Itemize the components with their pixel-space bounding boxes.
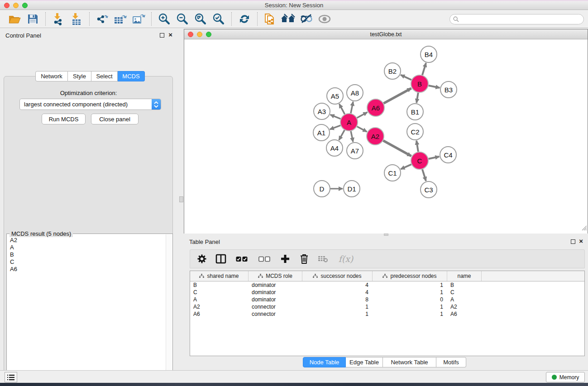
node-A3[interactable]: A3 xyxy=(314,103,330,119)
cell-predecessor-nodes[interactable]: 0 xyxy=(373,296,447,303)
export-table-icon[interactable] xyxy=(111,12,129,26)
cell-name[interactable]: A2 xyxy=(447,303,482,310)
zoom-out-icon[interactable] xyxy=(173,12,191,26)
table-row[interactable]: A6connector11A6 xyxy=(190,310,584,318)
tab-style[interactable]: Style xyxy=(68,71,91,81)
node-B3[interactable]: B3 xyxy=(440,81,457,98)
cell-predecessor-nodes[interactable]: 1 xyxy=(373,310,447,318)
edge-B-B2[interactable] xyxy=(401,75,411,80)
column-header-name[interactable]: name xyxy=(447,271,482,281)
title-bar[interactable]: Session: New Session xyxy=(0,0,588,10)
clone-network-icon[interactable] xyxy=(261,12,279,26)
node-A[interactable]: A xyxy=(340,114,358,131)
table-row[interactable]: Adominator80A xyxy=(190,296,584,303)
cell-shared-name[interactable]: B xyxy=(190,281,249,289)
export-image-icon[interactable] xyxy=(129,12,148,26)
table-row[interactable]: Cdominator41C xyxy=(190,289,584,296)
refresh-icon[interactable] xyxy=(235,12,253,26)
float-table-panel-icon[interactable] xyxy=(571,239,575,244)
node-A8[interactable]: A8 xyxy=(347,85,363,101)
tab-mcds[interactable]: MCDS xyxy=(118,71,145,81)
network-view-window[interactable]: testGlobe.txt B4B2BB3A8A5A6A3B1AC2A1A2A4… xyxy=(184,29,588,234)
table-row[interactable]: A2connector11A2 xyxy=(190,303,584,310)
close-table-panel-icon[interactable]: × xyxy=(579,237,583,245)
dropdown-stepper-icon[interactable] xyxy=(152,99,161,110)
node-A6[interactable]: A6 xyxy=(367,99,384,116)
node-D1[interactable]: D1 xyxy=(344,181,360,197)
result-list-item[interactable]: A6 xyxy=(10,266,165,273)
export-network-icon[interactable] xyxy=(93,12,111,26)
result-list-item[interactable]: A2 xyxy=(10,237,165,244)
edge-A-A5[interactable] xyxy=(339,104,344,114)
edge-C-C4[interactable] xyxy=(429,157,440,159)
node-A5[interactable]: A5 xyxy=(327,88,343,104)
close-panel-icon[interactable]: × xyxy=(168,31,172,38)
select-all-checkboxes-icon[interactable] xyxy=(234,252,250,266)
tab-motifs[interactable]: Motifs xyxy=(436,357,466,367)
memory-button[interactable]: Memory xyxy=(546,372,585,382)
delete-column-icon[interactable] xyxy=(298,252,311,266)
column-header-MCDS-role[interactable]: MCDS role xyxy=(249,271,302,281)
cell-MCDS-role[interactable]: connector xyxy=(249,303,302,310)
run-mcds-button[interactable]: Run MCDS xyxy=(42,114,86,124)
table-body[interactable]: Bdominator41BCdominator41CAdominator80AA… xyxy=(190,281,584,318)
import-table-icon[interactable] xyxy=(67,12,86,26)
cell-shared-name[interactable]: A6 xyxy=(190,310,249,318)
edge-C-C1[interactable] xyxy=(401,164,411,169)
tab-node-table[interactable]: Node Table xyxy=(303,357,346,367)
node-B[interactable]: B xyxy=(411,75,428,92)
node-A2[interactable]: A2 xyxy=(367,128,384,145)
zoom-selected-icon[interactable] xyxy=(210,12,228,26)
edge-A-A8[interactable] xyxy=(351,102,353,114)
result-list-item[interactable]: C xyxy=(10,258,165,266)
network-graph[interactable]: B4B2BB3A8A5A6A3B1AC2A1A2A4A7C4CC1DD1C3 xyxy=(184,39,588,234)
result-scrollbar[interactable] xyxy=(166,234,172,386)
add-column-icon[interactable] xyxy=(279,252,292,266)
edge-A-A7[interactable] xyxy=(351,131,353,142)
cell-MCDS-role[interactable]: dominator xyxy=(249,281,302,289)
vertical-split-handle[interactable] xyxy=(179,196,183,202)
hide-details-icon[interactable] xyxy=(297,12,316,26)
table-settings-icon[interactable] xyxy=(196,252,208,266)
tab-network-table[interactable]: Network Table xyxy=(383,357,436,367)
cell-predecessor-nodes[interactable]: 1 xyxy=(373,289,447,296)
show-eye-icon[interactable] xyxy=(316,12,334,26)
edge-A2-C[interactable] xyxy=(383,141,411,156)
edge-C-C2[interactable] xyxy=(416,141,418,152)
network-window-titlebar[interactable]: testGlobe.txt xyxy=(184,29,588,39)
result-list-item[interactable]: A xyxy=(10,244,165,251)
node-C[interactable]: C xyxy=(411,152,428,169)
edge-A-A6[interactable] xyxy=(357,112,368,118)
edge-B-B1[interactable] xyxy=(416,93,418,103)
cell-MCDS-role[interactable]: dominator xyxy=(249,296,302,303)
tab-edge-table[interactable]: Edge Table xyxy=(346,357,383,367)
column-header-predecessor-nodes[interactable]: predecessor nodes xyxy=(373,271,447,281)
table-row[interactable]: Bdominator41B xyxy=(190,281,584,289)
edge-A-A3[interactable] xyxy=(330,114,341,119)
node-D[interactable]: D xyxy=(314,181,330,197)
zoom-fit-icon[interactable] xyxy=(191,12,210,26)
resize-grip-icon[interactable] xyxy=(582,224,587,233)
home-layout-icon[interactable] xyxy=(279,12,297,26)
save-session-icon[interactable] xyxy=(24,12,42,26)
cell-shared-name[interactable]: C xyxy=(190,289,249,296)
zoom-in-icon[interactable] xyxy=(155,12,173,26)
split-columns-icon[interactable] xyxy=(215,252,227,266)
node-C4[interactable]: C4 xyxy=(440,147,456,163)
tab-network[interactable]: Network xyxy=(35,71,68,81)
result-list-item[interactable]: B xyxy=(10,251,165,258)
node-C3[interactable]: C3 xyxy=(421,181,437,198)
cell-successor-nodes[interactable]: 4 xyxy=(302,281,373,289)
edge-B-B4[interactable] xyxy=(422,63,426,75)
node-table[interactable]: shared nameMCDS rolesuccessor nodesprede… xyxy=(190,271,585,356)
close-panel-button[interactable]: Close panel xyxy=(91,114,139,124)
node-A4[interactable]: A4 xyxy=(326,140,343,156)
node-C1[interactable]: C1 xyxy=(384,165,401,181)
cell-predecessor-nodes[interactable]: 1 xyxy=(373,281,447,289)
cell-successor-nodes[interactable]: 1 xyxy=(302,310,373,318)
tab-select[interactable]: Select xyxy=(91,71,118,81)
cell-shared-name[interactable]: A2 xyxy=(190,303,249,310)
column-header-successor-nodes[interactable]: successor nodes xyxy=(302,271,373,281)
edge-A6-B[interactable] xyxy=(384,88,411,103)
node-C2[interactable]: C2 xyxy=(407,124,423,140)
